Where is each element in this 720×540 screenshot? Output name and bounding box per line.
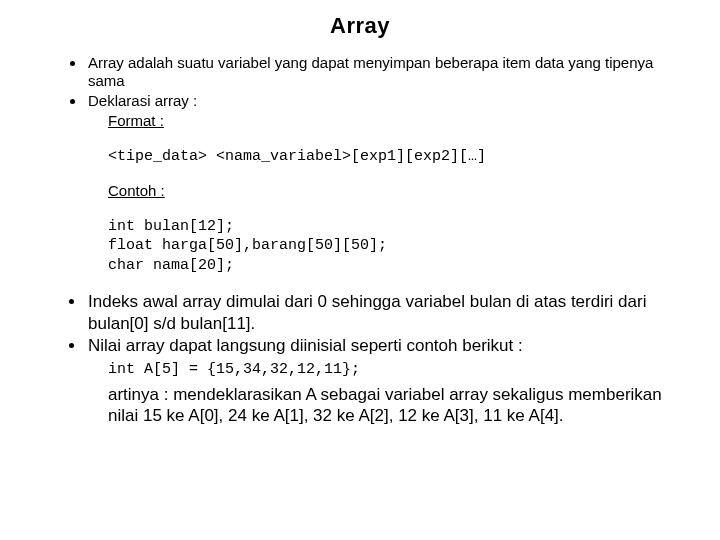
init-code-block: int A[5] = {15,34,32,12,11}; — [108, 360, 690, 380]
format-label: Format : — [108, 112, 690, 131]
slide-title: Array — [30, 12, 690, 40]
format-code-block: <tipe_data> <nama_variabel>[exp1][exp2][… — [108, 147, 690, 167]
bullet-item: Indeks awal array dimulai dari 0 sehingg… — [86, 291, 690, 334]
format-label-text: Format : — [108, 112, 164, 129]
contoh-code-block: int bulan[12]; float harga[50],barang[50… — [108, 217, 690, 276]
bullet-item: Deklarasi array : — [86, 92, 690, 111]
bullet-list-top: Array adalah suatu variabel yang dapat m… — [30, 54, 690, 111]
bullet-item: Nilai array dapat langsung diinisial sep… — [86, 335, 690, 356]
bullet-item: Array adalah suatu variabel yang dapat m… — [86, 54, 690, 92]
contoh-label-text: Contoh : — [108, 182, 165, 199]
slide-container: Array Array adalah suatu variabel yang d… — [0, 0, 720, 540]
contoh-label: Contoh : — [108, 182, 690, 201]
bullet-list-bottom: Indeks awal array dimulai dari 0 sehingg… — [30, 291, 690, 356]
meaning-text: artinya : mendeklarasikan A sebagai vari… — [108, 384, 690, 427]
